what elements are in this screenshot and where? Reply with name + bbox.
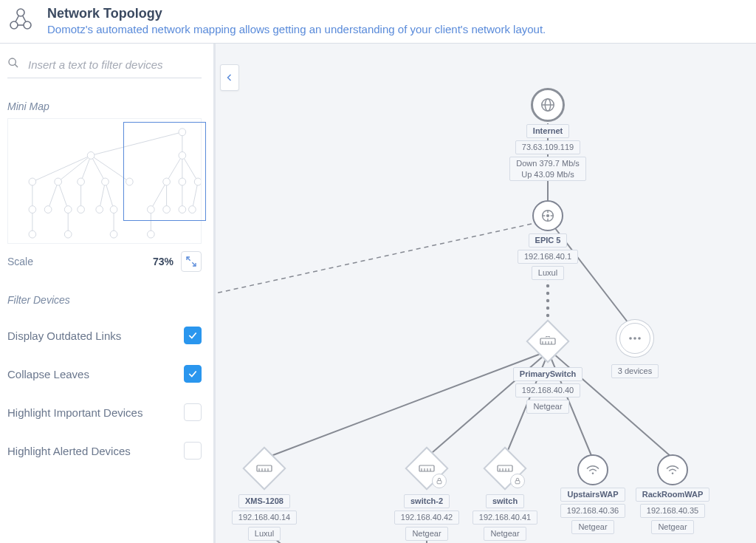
node-ip: 192.168.40.35 — [640, 504, 705, 518]
node-name: XMS-1208 — [238, 494, 290, 508]
node-vendor: Luxul — [532, 266, 564, 280]
topology-canvas[interactable]: Internet 73.63.109.119 Down 379.7 Mb/s U… — [216, 44, 756, 543]
router-icon — [532, 200, 563, 231]
wifi-icon — [577, 454, 608, 485]
node-name: switch — [486, 494, 524, 508]
svg-point-6 — [9, 58, 16, 65]
node-ip: 192.168.40.42 — [394, 510, 459, 525]
node-switch[interactable]: switch 192.168.40.41 Netgear — [474, 453, 536, 541]
svg-point-2 — [24, 21, 31, 29]
fit-to-screen-button[interactable] — [181, 251, 202, 272]
filter-collapse-leaves-label: Collapse Leaves — [7, 368, 89, 380]
search-input[interactable] — [27, 58, 202, 72]
node-ip: 192.168.40.14 — [232, 510, 297, 525]
minimap[interactable] — [7, 118, 202, 244]
page-title: Network Topology — [47, 6, 546, 21]
svg-point-111 — [672, 473, 674, 475]
collapse-sidebar-button[interactable] — [220, 64, 239, 91]
filter-highlight-alerted-label: Highlight Alerted Devices — [7, 445, 131, 457]
svg-point-56 — [148, 230, 155, 238]
svg-point-35 — [29, 178, 36, 185]
svg-point-53 — [29, 230, 36, 238]
minimap-viewport[interactable] — [123, 122, 206, 221]
svg-point-1 — [10, 21, 18, 29]
group-count-label: 3 devices — [611, 364, 659, 378]
svg-rect-109 — [515, 481, 520, 484]
svg-line-7 — [15, 64, 18, 67]
node-vendor: Netgear — [526, 400, 568, 414]
svg-point-64 — [547, 300, 549, 301]
search-icon — [7, 57, 19, 72]
svg-point-65 — [547, 307, 549, 309]
node-xms1208[interactable]: XMS-1208 192.168.40.14 Luxul — [233, 453, 295, 541]
svg-line-4 — [23, 16, 27, 22]
svg-point-86 — [633, 337, 636, 340]
node-internet[interactable]: Internet 73.63.109.119 Down 379.7 Mb/s U… — [515, 88, 580, 181]
svg-point-38 — [102, 178, 109, 185]
node-ip: 192.168.40.1 — [518, 250, 578, 264]
node-ip: 192.168.40.40 — [515, 383, 580, 397]
node-vendor: Luxul — [248, 527, 281, 541]
node-name: Internet — [526, 124, 569, 138]
filter-outdated-links-label: Display Outdated Links — [7, 329, 121, 342]
node-name: switch-2 — [404, 494, 450, 508]
svg-point-44 — [44, 206, 52, 214]
page-subtitle: Domotz's automated network mapping allow… — [47, 23, 546, 35]
svg-point-36 — [55, 178, 62, 185]
svg-point-66 — [547, 315, 549, 316]
svg-point-45 — [64, 206, 72, 214]
node-device-group[interactable]: 3 devices — [614, 323, 656, 378]
svg-point-55 — [110, 230, 117, 238]
svg-point-37 — [78, 178, 85, 185]
svg-point-33 — [87, 151, 94, 159]
svg-line-23 — [105, 182, 114, 210]
svg-line-57 — [187, 257, 190, 261]
node-upstairs-wap[interactable]: UpstairsWAP 192.168.40.36 Netgear — [561, 454, 625, 534]
svg-line-20 — [58, 182, 69, 210]
node-vendor: Netgear — [651, 520, 693, 534]
node-ip: 192.168.40.36 — [560, 504, 625, 518]
node-vendor: Netgear — [484, 527, 526, 541]
search-row — [7, 54, 202, 78]
svg-point-46 — [78, 206, 85, 214]
scale-value: 73% — [153, 256, 173, 267]
node-name: UpstairsWAP — [560, 488, 625, 502]
node-router[interactable]: EPIC 5 192.168.40.1 Luxul — [521, 200, 574, 280]
ellipsis-icon — [619, 323, 650, 354]
filter-highlight-important-label: Highlight Important Devices — [7, 406, 142, 419]
svg-point-54 — [64, 230, 72, 238]
svg-point-85 — [629, 337, 632, 340]
svg-rect-103 — [437, 481, 441, 484]
svg-line-58 — [192, 262, 196, 266]
svg-line-3 — [16, 16, 19, 22]
node-vendor: Netgear — [571, 520, 614, 534]
node-name: EPIC 5 — [529, 233, 568, 247]
header: Network Topology Domotz's automated netw… — [0, 0, 756, 44]
svg-point-48 — [110, 206, 117, 214]
filter-outdated-links-checkbox[interactable] — [184, 327, 202, 344]
switch-icon — [526, 319, 569, 363]
node-primary-switch[interactable]: PrimarySwitch 192.168.40.40 Netgear — [517, 326, 579, 414]
svg-point-0 — [17, 9, 24, 16]
scale-label: Scale — [7, 256, 33, 267]
filter-highlight-important-checkbox[interactable] — [184, 403, 202, 421]
sidebar: Mini Map — [0, 44, 216, 543]
svg-line-60 — [216, 224, 532, 293]
globe-icon — [531, 88, 565, 122]
node-switch2[interactable]: switch-2 192.168.40.42 Netgear — [396, 453, 458, 541]
filter-highlight-alerted-checkbox[interactable] — [184, 442, 202, 460]
svg-line-13 — [91, 155, 105, 182]
svg-point-63 — [547, 293, 549, 294]
node-name: PrimarySwitch — [513, 367, 583, 381]
filter-collapse-leaves-checkbox[interactable] — [184, 365, 202, 383]
svg-line-69 — [267, 354, 540, 457]
node-name: RackRoomWAP — [636, 488, 710, 502]
node-speed: Down 379.7 Mb/s Up 43.09 Mb/s — [509, 157, 586, 182]
node-ip: 192.168.40.41 — [472, 510, 537, 525]
node-rackroom-wap[interactable]: RackRoomWAP 192.168.40.35 Netgear — [639, 454, 706, 534]
minimap-title: Mini Map — [7, 100, 202, 112]
svg-line-22 — [100, 182, 106, 210]
wifi-icon — [657, 454, 688, 485]
svg-point-47 — [96, 206, 103, 214]
svg-point-62 — [547, 285, 549, 287]
